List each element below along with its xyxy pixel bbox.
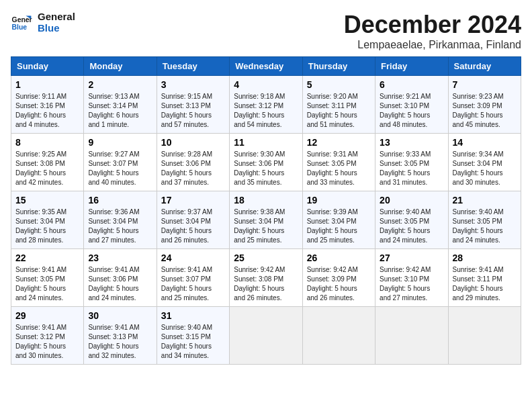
day-info: Sunrise: 9:33 AM Sunset: 3:05 PM Dayligh… <box>380 150 443 187</box>
day-number: 12 <box>307 137 371 148</box>
calendar-cell: 29Sunrise: 9:41 AM Sunset: 3:12 PM Dayli… <box>11 307 84 365</box>
calendar-cell: 5Sunrise: 9:20 AM Sunset: 3:11 PM Daylig… <box>302 76 375 134</box>
calendar-table: SundayMondayTuesdayWednesdayThursdayFrid… <box>11 56 521 365</box>
calendar-cell <box>448 307 521 365</box>
calendar-cell: 26Sunrise: 9:42 AM Sunset: 3:09 PM Dayli… <box>302 249 375 307</box>
header: General Blue General Blue December 2024 … <box>11 11 521 51</box>
day-info: Sunrise: 9:41 AM Sunset: 3:11 PM Dayligh… <box>453 265 517 303</box>
calendar-cell: 22Sunrise: 9:41 AM Sunset: 3:05 PM Dayli… <box>11 249 84 307</box>
svg-text:Blue: Blue <box>12 24 28 31</box>
day-number: 14 <box>453 137 517 148</box>
day-number: 6 <box>380 79 443 90</box>
day-info: Sunrise: 9:39 AM Sunset: 3:04 PM Dayligh… <box>307 208 371 245</box>
day-number: 22 <box>15 253 79 263</box>
calendar-cell: 31Sunrise: 9:40 AM Sunset: 3:15 PM Dayli… <box>157 307 229 365</box>
day-info: Sunrise: 9:23 AM Sunset: 3:09 PM Dayligh… <box>453 92 517 130</box>
calendar-cell: 3Sunrise: 9:15 AM Sunset: 3:13 PM Daylig… <box>157 76 229 134</box>
day-number: 21 <box>453 195 517 205</box>
day-info: Sunrise: 9:40 AM Sunset: 3:05 PM Dayligh… <box>453 208 517 245</box>
header-day-tuesday: Tuesday <box>157 57 229 76</box>
day-number: 27 <box>380 253 443 263</box>
calendar-cell: 6Sunrise: 9:21 AM Sunset: 3:10 PM Daylig… <box>375 76 448 134</box>
calendar-cell: 7Sunrise: 9:23 AM Sunset: 3:09 PM Daylig… <box>448 76 521 134</box>
day-number: 31 <box>161 310 225 321</box>
calendar-cell: 24Sunrise: 9:41 AM Sunset: 3:07 PM Dayli… <box>157 249 229 307</box>
calendar-cell: 14Sunrise: 9:34 AM Sunset: 3:04 PM Dayli… <box>448 134 521 191</box>
calendar-cell: 10Sunrise: 9:28 AM Sunset: 3:06 PM Dayli… <box>157 134 229 191</box>
calendar-week-3: 15Sunrise: 9:35 AM Sunset: 3:04 PM Dayli… <box>11 191 521 249</box>
logo: General Blue General Blue <box>11 11 75 34</box>
calendar-week-2: 8Sunrise: 9:25 AM Sunset: 3:08 PM Daylig… <box>11 134 521 191</box>
calendar-cell: 20Sunrise: 9:40 AM Sunset: 3:05 PM Dayli… <box>375 191 448 249</box>
day-info: Sunrise: 9:41 AM Sunset: 3:07 PM Dayligh… <box>161 265 225 303</box>
day-info: Sunrise: 9:25 AM Sunset: 3:08 PM Dayligh… <box>15 150 79 187</box>
day-number: 9 <box>88 137 152 148</box>
calendar-cell: 25Sunrise: 9:42 AM Sunset: 3:08 PM Dayli… <box>230 249 302 307</box>
day-info: Sunrise: 9:41 AM Sunset: 3:06 PM Dayligh… <box>88 265 152 303</box>
day-number: 16 <box>88 195 152 205</box>
day-number: 7 <box>453 79 517 90</box>
day-info: Sunrise: 9:41 AM Sunset: 3:12 PM Dayligh… <box>15 323 79 361</box>
day-info: Sunrise: 9:42 AM Sunset: 3:09 PM Dayligh… <box>307 265 371 303</box>
day-info: Sunrise: 9:31 AM Sunset: 3:05 PM Dayligh… <box>307 150 371 187</box>
day-info: Sunrise: 9:13 AM Sunset: 3:14 PM Dayligh… <box>88 92 152 130</box>
day-number: 28 <box>453 253 517 263</box>
header-day-sunday: Sunday <box>11 57 84 76</box>
calendar-cell: 11Sunrise: 9:30 AM Sunset: 3:06 PM Dayli… <box>230 134 302 191</box>
day-info: Sunrise: 9:40 AM Sunset: 3:05 PM Dayligh… <box>380 208 443 245</box>
day-info: Sunrise: 9:36 AM Sunset: 3:04 PM Dayligh… <box>88 208 152 245</box>
day-info: Sunrise: 9:21 AM Sunset: 3:10 PM Dayligh… <box>380 92 443 130</box>
logo-text-general: General <box>38 11 75 22</box>
day-number: 2 <box>88 79 152 90</box>
calendar-cell: 4Sunrise: 9:18 AM Sunset: 3:12 PM Daylig… <box>230 76 302 134</box>
calendar-cell: 18Sunrise: 9:38 AM Sunset: 3:04 PM Dayli… <box>230 191 302 249</box>
calendar-body: 1Sunrise: 9:11 AM Sunset: 3:16 PM Daylig… <box>11 76 521 365</box>
day-info: Sunrise: 9:35 AM Sunset: 3:04 PM Dayligh… <box>15 208 79 245</box>
day-number: 26 <box>307 253 371 263</box>
calendar-cell: 9Sunrise: 9:27 AM Sunset: 3:07 PM Daylig… <box>84 134 157 191</box>
day-number: 29 <box>15 310 79 321</box>
day-number: 30 <box>88 310 152 321</box>
calendar-week-1: 1Sunrise: 9:11 AM Sunset: 3:16 PM Daylig… <box>11 76 521 134</box>
location-title: Lempaeaelae, Pirkanmaa, Finland <box>344 39 521 51</box>
day-info: Sunrise: 9:42 AM Sunset: 3:10 PM Dayligh… <box>380 265 443 303</box>
day-info: Sunrise: 9:41 AM Sunset: 3:05 PM Dayligh… <box>15 265 79 303</box>
calendar-header: SundayMondayTuesdayWednesdayThursdayFrid… <box>11 57 521 76</box>
calendar-cell: 1Sunrise: 9:11 AM Sunset: 3:16 PM Daylig… <box>11 76 84 134</box>
calendar-cell: 28Sunrise: 9:41 AM Sunset: 3:11 PM Dayli… <box>448 249 521 307</box>
logo-icon: General Blue <box>11 11 32 33</box>
day-number: 10 <box>161 137 225 148</box>
day-info: Sunrise: 9:18 AM Sunset: 3:12 PM Dayligh… <box>234 92 298 130</box>
day-number: 4 <box>234 79 298 90</box>
calendar-cell: 8Sunrise: 9:25 AM Sunset: 3:08 PM Daylig… <box>11 134 84 191</box>
day-info: Sunrise: 9:30 AM Sunset: 3:06 PM Dayligh… <box>234 150 298 187</box>
calendar-week-4: 22Sunrise: 9:41 AM Sunset: 3:05 PM Dayli… <box>11 249 521 307</box>
day-info: Sunrise: 9:34 AM Sunset: 3:04 PM Dayligh… <box>453 150 517 187</box>
header-day-monday: Monday <box>84 57 157 76</box>
day-number: 11 <box>234 137 298 148</box>
day-number: 3 <box>161 79 225 90</box>
title-block: December 2024 Lempaeaelae, Pirkanmaa, Fi… <box>344 11 521 51</box>
day-info: Sunrise: 9:28 AM Sunset: 3:06 PM Dayligh… <box>161 150 225 187</box>
day-info: Sunrise: 9:27 AM Sunset: 3:07 PM Dayligh… <box>88 150 152 187</box>
day-number: 19 <box>307 195 371 205</box>
calendar-cell <box>230 307 302 365</box>
day-info: Sunrise: 9:15 AM Sunset: 3:13 PM Dayligh… <box>161 92 225 130</box>
day-info: Sunrise: 9:40 AM Sunset: 3:15 PM Dayligh… <box>161 323 225 361</box>
calendar-cell <box>302 307 375 365</box>
calendar-cell: 27Sunrise: 9:42 AM Sunset: 3:10 PM Dayli… <box>375 249 448 307</box>
calendar-cell: 2Sunrise: 9:13 AM Sunset: 3:14 PM Daylig… <box>84 76 157 134</box>
header-day-thursday: Thursday <box>302 57 375 76</box>
day-number: 20 <box>380 195 443 205</box>
calendar-cell: 23Sunrise: 9:41 AM Sunset: 3:06 PM Dayli… <box>84 249 157 307</box>
calendar-cell: 17Sunrise: 9:37 AM Sunset: 3:04 PM Dayli… <box>157 191 229 249</box>
calendar-cell: 13Sunrise: 9:33 AM Sunset: 3:05 PM Dayli… <box>375 134 448 191</box>
day-number: 8 <box>15 137 79 148</box>
day-number: 25 <box>234 253 298 263</box>
calendar-cell: 12Sunrise: 9:31 AM Sunset: 3:05 PM Dayli… <box>302 134 375 191</box>
month-title: December 2024 <box>344 11 521 39</box>
day-info: Sunrise: 9:20 AM Sunset: 3:11 PM Dayligh… <box>307 92 371 130</box>
calendar-cell: 30Sunrise: 9:41 AM Sunset: 3:13 PM Dayli… <box>84 307 157 365</box>
day-info: Sunrise: 9:41 AM Sunset: 3:13 PM Dayligh… <box>88 323 152 361</box>
day-number: 15 <box>15 195 79 205</box>
